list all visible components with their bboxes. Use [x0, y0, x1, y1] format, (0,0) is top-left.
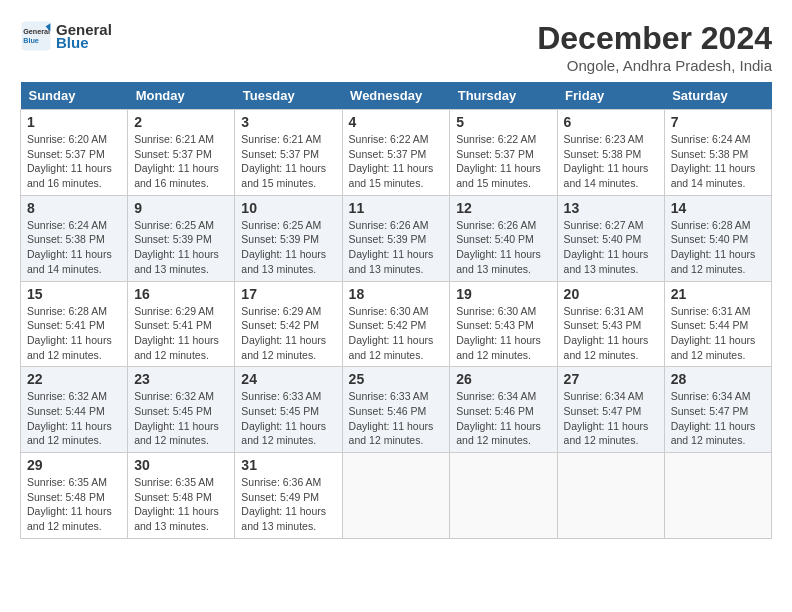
day-info: Sunrise: 6:29 AMSunset: 5:41 PMDaylight:…: [134, 304, 228, 363]
day-number: 1: [27, 114, 121, 130]
calendar-header-row: SundayMondayTuesdayWednesdayThursdayFrid…: [21, 82, 772, 110]
day-info: Sunrise: 6:35 AMSunset: 5:48 PMDaylight:…: [27, 475, 121, 534]
day-number: 28: [671, 371, 765, 387]
day-info: Sunrise: 6:21 AMSunset: 5:37 PMDaylight:…: [241, 132, 335, 191]
day-number: 16: [134, 286, 228, 302]
calendar-cell: 6Sunrise: 6:23 AMSunset: 5:38 PMDaylight…: [557, 110, 664, 196]
calendar-cell: 26Sunrise: 6:34 AMSunset: 5:46 PMDayligh…: [450, 367, 557, 453]
calendar-cell: 20Sunrise: 6:31 AMSunset: 5:43 PMDayligh…: [557, 281, 664, 367]
calendar-cell: 15Sunrise: 6:28 AMSunset: 5:41 PMDayligh…: [21, 281, 128, 367]
day-number: 18: [349, 286, 444, 302]
calendar-cell: 16Sunrise: 6:29 AMSunset: 5:41 PMDayligh…: [128, 281, 235, 367]
day-info: Sunrise: 6:26 AMSunset: 5:39 PMDaylight:…: [349, 218, 444, 277]
location: Ongole, Andhra Pradesh, India: [537, 57, 772, 74]
calendar-week-3: 15Sunrise: 6:28 AMSunset: 5:41 PMDayligh…: [21, 281, 772, 367]
calendar-cell: [450, 453, 557, 539]
day-number: 25: [349, 371, 444, 387]
day-info: Sunrise: 6:25 AMSunset: 5:39 PMDaylight:…: [134, 218, 228, 277]
col-header-tuesday: Tuesday: [235, 82, 342, 110]
calendar-cell: 2Sunrise: 6:21 AMSunset: 5:37 PMDaylight…: [128, 110, 235, 196]
col-header-monday: Monday: [128, 82, 235, 110]
calendar-cell: 24Sunrise: 6:33 AMSunset: 5:45 PMDayligh…: [235, 367, 342, 453]
day-number: 21: [671, 286, 765, 302]
day-number: 7: [671, 114, 765, 130]
day-number: 10: [241, 200, 335, 216]
calendar-cell: 8Sunrise: 6:24 AMSunset: 5:38 PMDaylight…: [21, 195, 128, 281]
day-info: Sunrise: 6:28 AMSunset: 5:41 PMDaylight:…: [27, 304, 121, 363]
calendar-week-2: 8Sunrise: 6:24 AMSunset: 5:38 PMDaylight…: [21, 195, 772, 281]
day-number: 12: [456, 200, 550, 216]
day-info: Sunrise: 6:25 AMSunset: 5:39 PMDaylight:…: [241, 218, 335, 277]
logo-icon: General Blue: [20, 20, 52, 52]
day-number: 9: [134, 200, 228, 216]
day-info: Sunrise: 6:32 AMSunset: 5:44 PMDaylight:…: [27, 389, 121, 448]
col-header-saturday: Saturday: [664, 82, 771, 110]
calendar-cell: [664, 453, 771, 539]
calendar-cell: [342, 453, 450, 539]
calendar-cell: 28Sunrise: 6:34 AMSunset: 5:47 PMDayligh…: [664, 367, 771, 453]
month-title: December 2024: [537, 20, 772, 57]
calendar-cell: 18Sunrise: 6:30 AMSunset: 5:42 PMDayligh…: [342, 281, 450, 367]
svg-text:General: General: [23, 27, 50, 36]
day-number: 5: [456, 114, 550, 130]
svg-text:Blue: Blue: [23, 36, 39, 45]
day-info: Sunrise: 6:34 AMSunset: 5:47 PMDaylight:…: [564, 389, 658, 448]
day-info: Sunrise: 6:34 AMSunset: 5:46 PMDaylight:…: [456, 389, 550, 448]
day-info: Sunrise: 6:30 AMSunset: 5:42 PMDaylight:…: [349, 304, 444, 363]
day-info: Sunrise: 6:23 AMSunset: 5:38 PMDaylight:…: [564, 132, 658, 191]
day-info: Sunrise: 6:35 AMSunset: 5:48 PMDaylight:…: [134, 475, 228, 534]
calendar-cell: 7Sunrise: 6:24 AMSunset: 5:38 PMDaylight…: [664, 110, 771, 196]
calendar-cell: 4Sunrise: 6:22 AMSunset: 5:37 PMDaylight…: [342, 110, 450, 196]
day-info: Sunrise: 6:27 AMSunset: 5:40 PMDaylight:…: [564, 218, 658, 277]
calendar-cell: 23Sunrise: 6:32 AMSunset: 5:45 PMDayligh…: [128, 367, 235, 453]
calendar-cell: [557, 453, 664, 539]
day-info: Sunrise: 6:26 AMSunset: 5:40 PMDaylight:…: [456, 218, 550, 277]
col-header-wednesday: Wednesday: [342, 82, 450, 110]
day-info: Sunrise: 6:33 AMSunset: 5:45 PMDaylight:…: [241, 389, 335, 448]
day-number: 3: [241, 114, 335, 130]
day-number: 20: [564, 286, 658, 302]
day-number: 14: [671, 200, 765, 216]
calendar-cell: 30Sunrise: 6:35 AMSunset: 5:48 PMDayligh…: [128, 453, 235, 539]
day-info: Sunrise: 6:28 AMSunset: 5:40 PMDaylight:…: [671, 218, 765, 277]
logo: General Blue General Blue: [20, 20, 112, 52]
day-number: 13: [564, 200, 658, 216]
day-number: 26: [456, 371, 550, 387]
day-info: Sunrise: 6:22 AMSunset: 5:37 PMDaylight:…: [456, 132, 550, 191]
day-number: 15: [27, 286, 121, 302]
calendar-cell: 10Sunrise: 6:25 AMSunset: 5:39 PMDayligh…: [235, 195, 342, 281]
day-info: Sunrise: 6:30 AMSunset: 5:43 PMDaylight:…: [456, 304, 550, 363]
day-number: 19: [456, 286, 550, 302]
calendar-cell: 17Sunrise: 6:29 AMSunset: 5:42 PMDayligh…: [235, 281, 342, 367]
day-info: Sunrise: 6:33 AMSunset: 5:46 PMDaylight:…: [349, 389, 444, 448]
calendar-cell: 11Sunrise: 6:26 AMSunset: 5:39 PMDayligh…: [342, 195, 450, 281]
day-info: Sunrise: 6:31 AMSunset: 5:43 PMDaylight:…: [564, 304, 658, 363]
day-number: 29: [27, 457, 121, 473]
title-block: December 2024 Ongole, Andhra Pradesh, In…: [537, 20, 772, 74]
day-info: Sunrise: 6:32 AMSunset: 5:45 PMDaylight:…: [134, 389, 228, 448]
day-number: 8: [27, 200, 121, 216]
calendar-cell: 14Sunrise: 6:28 AMSunset: 5:40 PMDayligh…: [664, 195, 771, 281]
day-number: 24: [241, 371, 335, 387]
day-info: Sunrise: 6:22 AMSunset: 5:37 PMDaylight:…: [349, 132, 444, 191]
calendar-cell: 21Sunrise: 6:31 AMSunset: 5:44 PMDayligh…: [664, 281, 771, 367]
day-number: 4: [349, 114, 444, 130]
calendar-cell: 5Sunrise: 6:22 AMSunset: 5:37 PMDaylight…: [450, 110, 557, 196]
calendar-cell: 12Sunrise: 6:26 AMSunset: 5:40 PMDayligh…: [450, 195, 557, 281]
day-number: 17: [241, 286, 335, 302]
day-info: Sunrise: 6:24 AMSunset: 5:38 PMDaylight:…: [671, 132, 765, 191]
col-header-thursday: Thursday: [450, 82, 557, 110]
calendar-week-1: 1Sunrise: 6:20 AMSunset: 5:37 PMDaylight…: [21, 110, 772, 196]
day-info: Sunrise: 6:21 AMSunset: 5:37 PMDaylight:…: [134, 132, 228, 191]
day-info: Sunrise: 6:29 AMSunset: 5:42 PMDaylight:…: [241, 304, 335, 363]
day-number: 30: [134, 457, 228, 473]
day-info: Sunrise: 6:20 AMSunset: 5:37 PMDaylight:…: [27, 132, 121, 191]
day-number: 2: [134, 114, 228, 130]
calendar-cell: 31Sunrise: 6:36 AMSunset: 5:49 PMDayligh…: [235, 453, 342, 539]
day-number: 23: [134, 371, 228, 387]
calendar-cell: 3Sunrise: 6:21 AMSunset: 5:37 PMDaylight…: [235, 110, 342, 196]
day-info: Sunrise: 6:24 AMSunset: 5:38 PMDaylight:…: [27, 218, 121, 277]
calendar-cell: 13Sunrise: 6:27 AMSunset: 5:40 PMDayligh…: [557, 195, 664, 281]
calendar-cell: 25Sunrise: 6:33 AMSunset: 5:46 PMDayligh…: [342, 367, 450, 453]
day-number: 31: [241, 457, 335, 473]
